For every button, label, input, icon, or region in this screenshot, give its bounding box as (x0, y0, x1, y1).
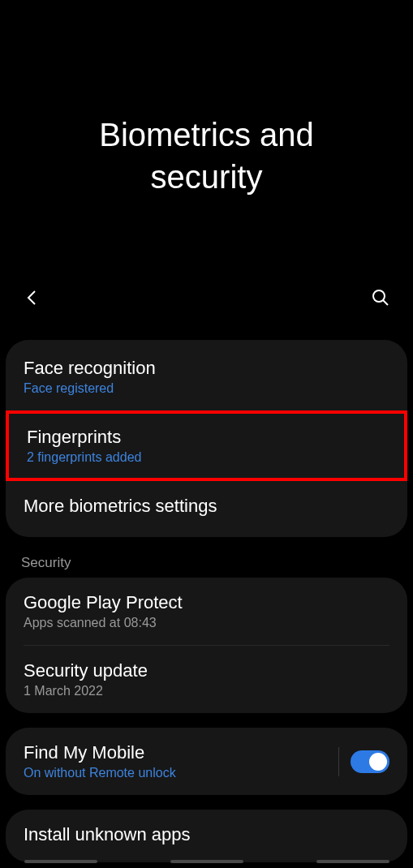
nav-back-icon[interactable] (316, 860, 389, 863)
settings-item-security-update[interactable]: Security update 1 March 2022 (6, 646, 407, 713)
item-subtitle: 1 March 2022 (24, 684, 389, 698)
item-subtitle: Face registered (24, 381, 389, 396)
nav-bar (0, 279, 413, 320)
item-title: Install unknown apps (24, 824, 389, 845)
item-subtitle: Apps scanned at 08:43 (24, 616, 389, 630)
svg-line-1 (383, 300, 388, 305)
item-title: Face recognition (24, 358, 389, 379)
security-group: Google Play Protect Apps scanned at 08:4… (6, 578, 407, 713)
toggle-divider (338, 747, 339, 776)
item-subtitle: On without Remote unlock (24, 766, 327, 780)
item-title: Find My Mobile (24, 742, 327, 763)
back-icon[interactable] (23, 288, 42, 311)
install-unknown-group: Install unknown apps (6, 810, 407, 862)
page-title-header: Biometrics and security (0, 0, 413, 279)
settings-item-face-recognition[interactable]: Face recognition Face registered (6, 340, 407, 410)
nav-home-icon[interactable] (170, 860, 243, 863)
item-title: Google Play Protect (24, 592, 389, 613)
item-title: Security update (24, 660, 389, 681)
item-subtitle: 2 fingerprints added (27, 450, 386, 465)
find-my-mobile-group: Find My Mobile On without Remote unlock (6, 728, 407, 795)
settings-item-google-play-protect[interactable]: Google Play Protect Apps scanned at 08:4… (6, 578, 407, 645)
item-title: More biometrics settings (24, 496, 389, 517)
toggle-switch-find-my-mobile[interactable] (351, 750, 389, 773)
item-title: Fingerprints (27, 427, 386, 448)
navigation-bar (0, 860, 413, 863)
svg-point-0 (373, 290, 385, 302)
biometrics-group: Face recognition Face registered Fingerp… (6, 340, 407, 537)
search-icon[interactable] (371, 288, 390, 311)
nav-recent-icon[interactable] (24, 860, 97, 863)
settings-item-fingerprints[interactable]: Fingerprints 2 fingerprints added (6, 410, 407, 481)
settings-item-more-biometrics[interactable]: More biometrics settings (6, 481, 407, 534)
page-title: Biometrics and security (0, 114, 413, 198)
settings-item-install-unknown-apps[interactable]: Install unknown apps (6, 810, 407, 862)
section-header-security: Security (0, 552, 413, 578)
settings-item-find-my-mobile[interactable]: Find My Mobile On without Remote unlock (6, 728, 407, 795)
